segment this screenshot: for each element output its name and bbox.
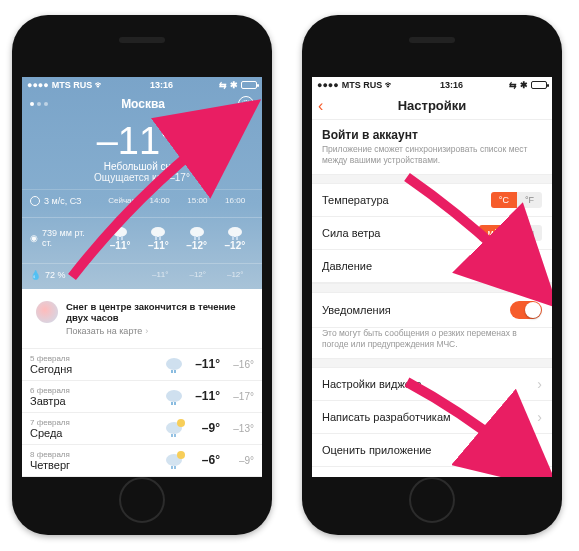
status-time: 13:16 xyxy=(150,80,173,90)
widget-settings-row[interactable]: Настройки виджета› xyxy=(312,368,552,401)
day-row[interactable]: 7 февраляСреда–9°–13° xyxy=(22,412,262,444)
login-row[interactable]: Войти в аккаунт xyxy=(312,120,552,144)
wind-row: Сила ветра м/скм/ч xyxy=(312,217,552,250)
notifications-note: Это могут быть сообщения о резких переме… xyxy=(312,328,552,358)
forecast-list: 5 февраляСегодня–11°–16° 6 февраляЗавтра… xyxy=(22,348,262,477)
phone-left: ●●●●MTS RUSᯤ 13:16 ⇆✱ Москва –11° Неболь… xyxy=(12,15,272,535)
wind-icon xyxy=(30,196,40,206)
chevron-right-icon: › xyxy=(145,326,148,336)
chevron-right-icon: › xyxy=(537,475,542,477)
status-bar: ●●●●MTS RUSᯤ 13:16 ⇆✱ xyxy=(312,77,552,92)
pressure-segment[interactable]: ммгПа xyxy=(483,258,542,274)
write-devs-row[interactable]: Написать разработчикам› xyxy=(312,401,552,434)
phone-right: ●●●●MTS RUSᯤ 13:16 ⇆✱ ‹ Настройки Войти … xyxy=(302,15,562,535)
status-bar: ●●●●MTS RUSᯤ 13:16 ⇆✱ xyxy=(22,77,262,92)
notifications-toggle[interactable] xyxy=(510,301,542,319)
hour-cell[interactable]: –11° xyxy=(139,222,177,253)
temperature-row: Температура °C°F xyxy=(312,184,552,217)
hour-cell[interactable]: –12° xyxy=(178,222,216,253)
back-button[interactable]: ‹ xyxy=(318,98,323,114)
pressure-row: ◉ 739 мм рт. ст. –11° –11° –12° –12° xyxy=(22,217,262,257)
day-row[interactable]: 6 февраляЗавтра–11°–17° xyxy=(22,380,262,412)
chevron-right-icon: › xyxy=(537,409,542,425)
gear-icon[interactable] xyxy=(238,96,254,112)
hour-cell[interactable]: –11° xyxy=(101,222,139,253)
day-row[interactable]: 8 февраляЧетверг–6°–9° xyxy=(22,444,262,476)
pressure-icon: ◉ xyxy=(30,233,38,243)
chevron-right-icon: › xyxy=(537,442,542,458)
alert-card[interactable]: Снег в центре закончится в течение двух … xyxy=(28,295,256,342)
day-row[interactable]: 9 февраляПятница xyxy=(22,476,262,477)
notifications-row: Уведомления xyxy=(312,293,552,328)
screen-weather: ●●●●MTS RUSᯤ 13:16 ⇆✱ Москва –11° Неболь… xyxy=(22,77,262,477)
city-label[interactable]: Москва xyxy=(121,97,165,111)
condition-label: Небольшой снег xyxy=(22,161,262,172)
wind-row: 3 м/с, СЗ Сейчас 14:00 15:00 16:00 xyxy=(22,189,262,211)
login-note: Приложение сможет синхронизировать списо… xyxy=(312,144,552,174)
humidity-row: 💧 72 % –11° –12° –12° xyxy=(22,263,262,285)
map-icon xyxy=(36,301,58,323)
current-temp: –11° xyxy=(22,120,262,163)
feels-like-label: Ощущается как –17° xyxy=(22,172,262,183)
screen-settings: ●●●●MTS RUSᯤ 13:16 ⇆✱ ‹ Настройки Войти … xyxy=(312,77,552,477)
sun-icon xyxy=(179,132,187,140)
page-title: Настройки xyxy=(398,98,467,113)
pressure-row: Давление ммгПа xyxy=(312,250,552,283)
page-dots[interactable] xyxy=(30,102,48,106)
status-time: 13:16 xyxy=(440,80,463,90)
chevron-right-icon: › xyxy=(537,376,542,392)
hour-cell[interactable]: –12° xyxy=(216,222,254,253)
day-row[interactable]: 5 февраляСегодня–11°–16° xyxy=(22,348,262,380)
rate-app-row[interactable]: Оценить приложение› xyxy=(312,434,552,467)
about-row[interactable]: О приложении› xyxy=(312,467,552,477)
nav-bar: ‹ Настройки xyxy=(312,92,552,120)
humidity-icon: 💧 xyxy=(30,270,41,280)
temperature-segment[interactable]: °C°F xyxy=(491,192,542,208)
wind-segment[interactable]: м/скм/ч xyxy=(479,225,542,241)
